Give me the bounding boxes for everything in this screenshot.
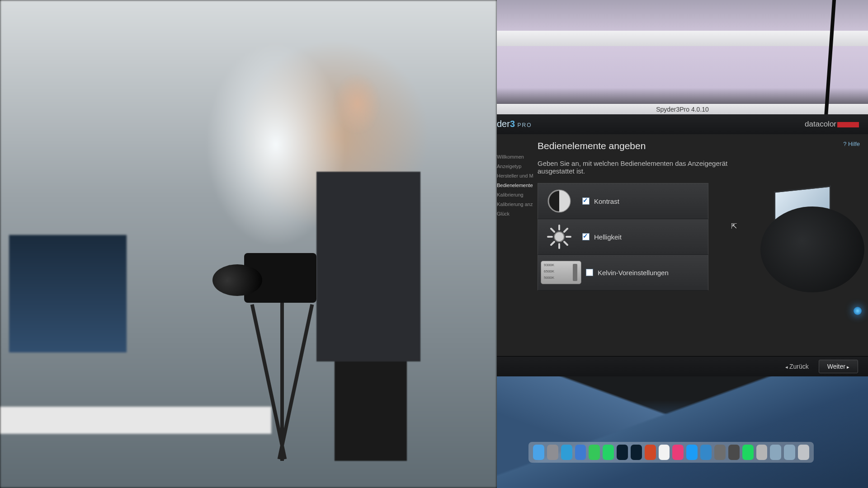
- option-helligkeit[interactable]: Helligkeit: [538, 219, 708, 255]
- checkbox-kelvin[interactable]: [586, 269, 593, 276]
- step-calibration[interactable]: Kalibrierung: [497, 190, 533, 200]
- option-kelvin[interactable]: 9300K 6500K 5000K Kelvin-Voreinstellunge…: [538, 255, 708, 291]
- wizard-footer: Zurück Weiter: [497, 356, 868, 376]
- kelvin-icon: 9300K 6500K 5000K: [541, 261, 581, 284]
- external-monitor: Spyder3Pro 4.0.10 der3 PRO datacolor Hil…: [497, 0, 868, 488]
- svg-line-7: [564, 242, 567, 245]
- step-welcome[interactable]: Willkommen: [497, 152, 533, 162]
- company-logo: datacolor: [805, 120, 859, 129]
- spyder-window: der3 PRO datacolor Hilfe Willkommen Anze…: [497, 114, 868, 376]
- step-displaytype[interactable]: Anzeigetyp: [497, 162, 533, 171]
- page-subheading: Geben Sie an, mit welchen Bedienelemente…: [538, 160, 750, 175]
- svg-point-1: [554, 232, 564, 242]
- dock-app-app2[interactable]: [728, 445, 740, 460]
- dock-app-lightroom[interactable]: [617, 445, 628, 460]
- label-helligkeit: Helligkeit: [594, 233, 622, 241]
- device-led-icon: [854, 307, 862, 315]
- dock-app-mail[interactable]: [575, 445, 586, 460]
- dock-app-appstore[interactable]: [686, 445, 698, 460]
- desktop-wallpaper: [497, 375, 868, 488]
- page-heading: Bedienelemente angeben: [538, 141, 750, 151]
- dock-app-finder[interactable]: [533, 445, 544, 460]
- window-titlebar[interactable]: Spyder3Pro 4.0.10: [497, 104, 868, 115]
- wizard-steps-sidebar: Willkommen Anzeigetyp Hersteller und Mod…: [497, 152, 533, 219]
- dock-app-preview[interactable]: [700, 445, 712, 460]
- step-controls[interactable]: Bedienelemente angeben: [497, 181, 533, 190]
- label-kelvin: Kelvin-Voreinstellungen: [598, 269, 669, 277]
- dock-app-spyder[interactable]: [756, 445, 768, 460]
- dock-app-app1[interactable]: [714, 445, 726, 460]
- dock-app-photoshop[interactable]: [631, 445, 642, 460]
- colorimeter-illustration: [760, 188, 864, 328]
- wizard-main: Bedienelemente angeben Geben Sie an, mit…: [538, 138, 750, 357]
- step-finish[interactable]: Glück: [497, 209, 533, 219]
- macos-dock[interactable]: [528, 442, 814, 463]
- label-kontrast: Kontrast: [594, 197, 619, 205]
- brightness-icon: [542, 223, 577, 250]
- step-view[interactable]: Kalibrierung anzeigen: [497, 200, 533, 209]
- camera-tripod: [212, 253, 344, 461]
- svg-line-6: [551, 229, 554, 232]
- dock-app-messages[interactable]: [589, 445, 600, 460]
- dock-app-safari[interactable]: [561, 445, 572, 460]
- dock-app-spotify[interactable]: [742, 445, 754, 460]
- help-link[interactable]: Hilfe: [843, 141, 860, 147]
- dock-app-whatsapp[interactable]: [603, 445, 614, 460]
- dock-app-capture[interactable]: [645, 445, 656, 460]
- option-kontrast[interactable]: Kontrast: [538, 183, 708, 219]
- mouse-cursor: ⇱: [731, 222, 737, 230]
- product-logo: der3 PRO: [497, 119, 532, 129]
- dock-app-photos[interactable]: [659, 445, 670, 460]
- dock-app-downloads[interactable]: [770, 445, 781, 460]
- dock-app-trash[interactable]: [798, 445, 809, 460]
- window-title: Spyder3Pro 4.0.10: [656, 106, 709, 113]
- dock-app-documents[interactable]: [784, 445, 795, 460]
- svg-line-9: [551, 242, 554, 245]
- checkbox-helligkeit[interactable]: [582, 233, 590, 240]
- controls-option-list: Kontrast: [538, 183, 708, 291]
- step-model[interactable]: Hersteller und Modell: [497, 171, 533, 181]
- macos-menubar[interactable]: [497, 31, 868, 46]
- back-button[interactable]: Zurück: [785, 363, 809, 370]
- dock-app-launchpad[interactable]: [547, 445, 558, 460]
- svg-line-8: [564, 229, 567, 232]
- app-header: der3 PRO datacolor: [497, 114, 868, 135]
- dock-app-itunes[interactable]: [672, 445, 684, 460]
- next-button[interactable]: Weiter: [819, 360, 858, 373]
- contrast-icon: [542, 188, 577, 215]
- checkbox-kontrast[interactable]: [582, 197, 590, 205]
